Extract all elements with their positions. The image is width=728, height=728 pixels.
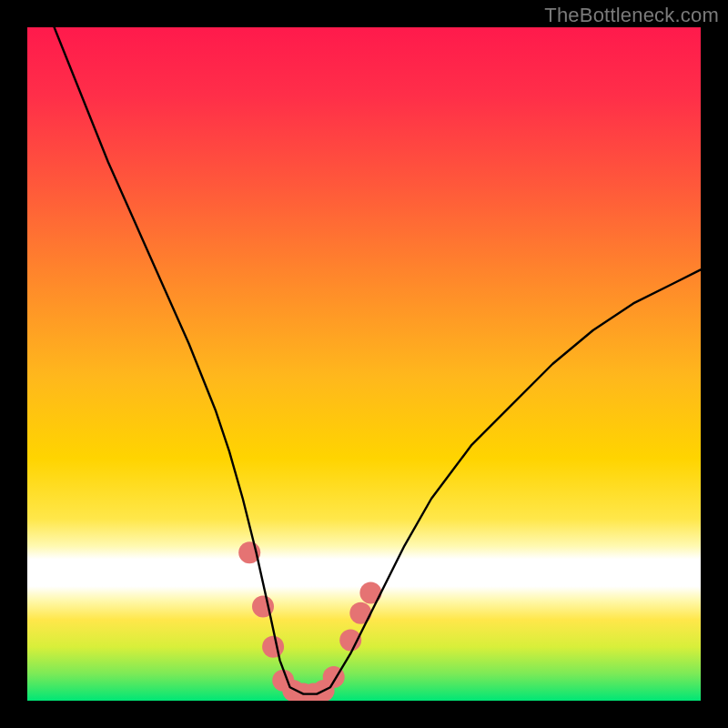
marker-dot [349, 602, 371, 624]
marker-dot [262, 636, 284, 658]
marker-dot [359, 582, 381, 604]
watermark-label: TheBottleneck.com [544, 4, 719, 27]
chart-frame: TheBottleneck.com [0, 0, 728, 728]
chart-svg [27, 27, 701, 701]
plot-area [27, 27, 701, 701]
